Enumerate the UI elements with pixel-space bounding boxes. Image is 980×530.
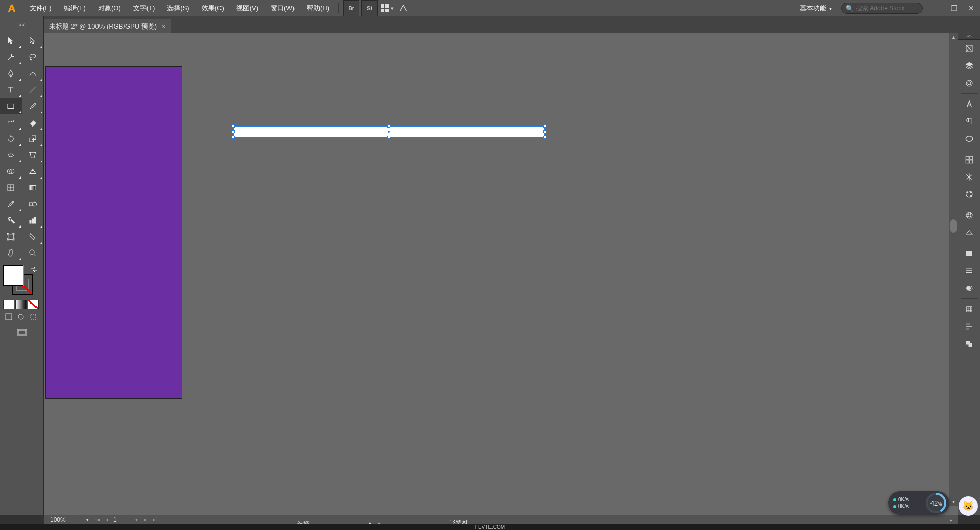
paintbrush-tool[interactable] — [22, 98, 44, 114]
mesh-tool[interactable] — [0, 180, 22, 196]
eraser-tool[interactable] — [22, 114, 44, 131]
vertical-scrollbar[interactable]: ▴ ▾ — [949, 33, 958, 506]
menu-object[interactable]: 对象(O) — [92, 0, 127, 16]
search-box[interactable]: 🔍 — [841, 3, 923, 14]
resize-handle-middle-right[interactable] — [543, 130, 546, 133]
width-tool[interactable] — [0, 147, 22, 163]
panel-properties-icon[interactable] — [958, 40, 981, 57]
color-mode-solid[interactable] — [3, 300, 14, 309]
panel-stroke-icon[interactable] — [958, 262, 981, 280]
resize-handle-bottom-left[interactable] — [232, 136, 235, 139]
perspective-grid-tool[interactable] — [22, 163, 44, 180]
resize-handle-top-center[interactable] — [387, 124, 390, 128]
rectangle-tool[interactable] — [0, 98, 22, 114]
artboard-tool[interactable] — [0, 229, 22, 245]
scale-tool[interactable] — [22, 131, 44, 147]
draw-normal-icon[interactable] — [3, 312, 14, 321]
menu-select[interactable]: 选择(S) — [161, 0, 195, 16]
selection-tool[interactable] — [0, 33, 22, 49]
eyedropper-tool[interactable] — [0, 196, 22, 212]
fill-stroke-control[interactable] — [3, 265, 40, 298]
selection-center-point[interactable] — [388, 131, 390, 133]
panel-align-icon[interactable] — [958, 318, 981, 335]
resize-handle-top-left[interactable] — [232, 124, 235, 128]
panel-artboards-icon[interactable] — [958, 300, 981, 318]
resize-handle-middle-left[interactable] — [232, 130, 235, 133]
shape-builder-tool[interactable] — [0, 163, 22, 180]
direct-selection-tool[interactable] — [22, 33, 44, 49]
first-artboard-button[interactable]: I◂ — [93, 517, 102, 522]
workspace-switcher[interactable]: 基本功能 ▾ — [796, 4, 836, 13]
hscroll-right-icon[interactable]: ▸ — [950, 517, 952, 523]
draw-inside-icon[interactable] — [28, 312, 39, 321]
panel-recolor-icon[interactable] — [958, 186, 981, 203]
color-mode-none[interactable] — [28, 300, 39, 309]
panel-paragraph-icon[interactable] — [958, 113, 981, 130]
artboard-1[interactable] — [45, 66, 182, 399]
zoom-dropdown-icon[interactable]: ▾ — [82, 517, 93, 522]
panel-gradient-icon[interactable] — [958, 224, 981, 241]
blend-tool[interactable] — [22, 196, 44, 212]
left-dock-collapse[interactable]: «« — [0, 16, 44, 33]
selected-rectangle[interactable] — [234, 127, 544, 137]
zoom-level[interactable]: 100% — [44, 516, 82, 523]
lasso-tool[interactable] — [22, 49, 44, 65]
hand-tool[interactable] — [0, 245, 22, 261]
menu-type[interactable]: 文字(T) — [127, 0, 161, 16]
magic-wand-tool[interactable] — [0, 49, 22, 65]
menu-effect[interactable]: 效果(C) — [195, 0, 230, 16]
resize-handle-top-right[interactable] — [543, 124, 546, 128]
slice-tool[interactable] — [22, 229, 44, 245]
canvas-area[interactable]: ▴ ▾ — [44, 33, 958, 515]
free-transform-tool[interactable] — [22, 147, 44, 163]
bridge-icon[interactable]: Br — [343, 0, 359, 16]
panel-layers-icon[interactable] — [958, 57, 981, 74]
curvature-tool[interactable] — [22, 65, 44, 82]
rotate-tool[interactable] — [0, 131, 22, 147]
search-input[interactable] — [856, 5, 918, 12]
panel-cc-libraries-icon[interactable] — [958, 74, 981, 92]
stock-icon[interactable]: St — [361, 0, 378, 16]
network-cpu-widget[interactable]: 0K/s 0K/s 42% — [888, 491, 949, 515]
tab-close-icon[interactable]: × — [162, 22, 166, 30]
vertical-scroll-thumb[interactable] — [950, 219, 957, 233]
panel-color-guide-icon[interactable] — [958, 168, 981, 186]
screen-mode-button[interactable] — [15, 327, 29, 338]
next-artboard-button[interactable]: ▸ — [141, 517, 150, 522]
gradient-tool[interactable] — [22, 180, 44, 196]
artboard-dropdown-icon[interactable]: ▾ — [132, 517, 141, 522]
type-tool[interactable] — [0, 82, 22, 98]
arrange-documents-icon[interactable]: ▾ — [379, 0, 395, 16]
panel-pathfinder-icon[interactable] — [958, 335, 981, 352]
line-segment-tool[interactable] — [22, 82, 44, 98]
symbol-sprayer-tool[interactable] — [0, 212, 22, 229]
fill-swatch[interactable] — [3, 265, 23, 286]
panel-opentype-icon[interactable] — [958, 130, 981, 147]
zoom-tool[interactable] — [22, 245, 44, 261]
pen-tool[interactable] — [0, 65, 22, 82]
menu-window[interactable]: 窗口(W) — [264, 0, 301, 16]
assistant-avatar-icon[interactable]: 🐱 — [959, 496, 978, 516]
column-graph-tool[interactable] — [22, 212, 44, 229]
current-artboard[interactable]: 1 — [111, 516, 132, 523]
resize-handle-bottom-right[interactable] — [543, 136, 546, 139]
shaper-tool[interactable] — [0, 114, 22, 131]
swap-fill-stroke-icon[interactable] — [30, 265, 38, 273]
scroll-up-icon[interactable]: ▴ — [949, 33, 958, 41]
panel-transparency-icon[interactable] — [958, 280, 981, 297]
menu-edit[interactable]: 编辑(E) — [58, 0, 92, 16]
menu-view[interactable]: 视图(V) — [230, 0, 264, 16]
menu-help[interactable]: 帮助(H) — [301, 0, 335, 16]
panel-character-icon[interactable] — [958, 95, 981, 113]
panel-swatches-icon[interactable] — [958, 207, 981, 224]
document-tab[interactable]: 未标题-2* @ 100% (RGB/GPU 预览) × — [44, 19, 171, 33]
prev-artboard-button[interactable]: ◂ — [102, 517, 111, 522]
close-button[interactable]: ✕ — [963, 0, 980, 16]
right-dock-collapse[interactable]: »» — [958, 33, 981, 40]
resize-handle-bottom-center[interactable] — [387, 136, 390, 139]
restore-button[interactable]: ❐ — [945, 0, 963, 16]
panel-transform-icon[interactable] — [958, 151, 981, 168]
color-mode-gradient[interactable] — [15, 300, 27, 309]
minimize-button[interactable]: — — [928, 0, 945, 16]
scroll-down-icon[interactable]: ▾ — [949, 497, 958, 506]
